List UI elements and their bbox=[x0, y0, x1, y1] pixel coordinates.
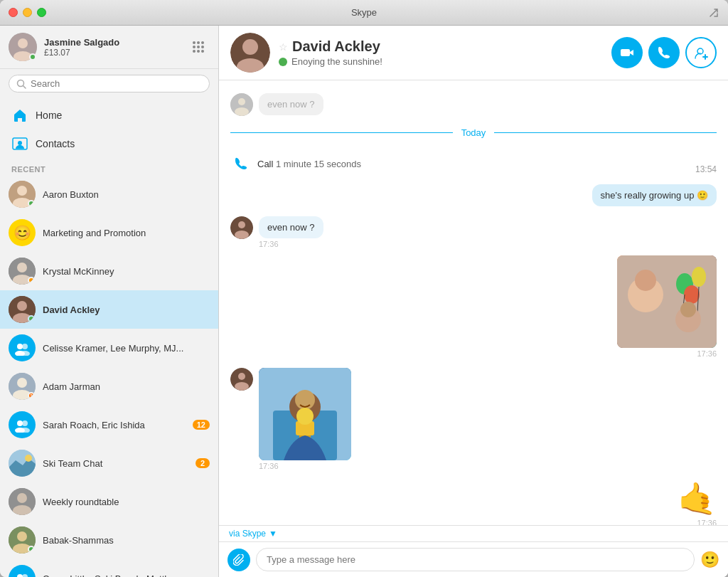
svg-point-65 bbox=[238, 373, 245, 380]
contact-item[interactable]: Babak-Shammas bbox=[0, 521, 218, 559]
message-time: 17:36 bbox=[678, 519, 717, 525]
contact-item[interactable]: Corey Little, Suki Beach, Matthew... bbox=[0, 559, 218, 577]
unread-badge: 12 bbox=[193, 420, 210, 430]
message-row: she's really growing up 🙂 bbox=[230, 184, 717, 206]
contact-avatar bbox=[9, 181, 36, 208]
svg-point-48 bbox=[238, 98, 245, 105]
voice-call-button[interactable] bbox=[648, 37, 680, 68]
recent-label: RECENT bbox=[0, 161, 218, 175]
svg-rect-43 bbox=[621, 49, 630, 56]
contact-item[interactable]: Ski Team Chat 2 bbox=[0, 444, 218, 482]
svg-point-63 bbox=[680, 302, 696, 317]
call-notification: Call 1 minute 15 seconds 13:54 bbox=[230, 153, 717, 174]
contact-avatar bbox=[9, 450, 36, 477]
messages-area[interactable]: even now ? Today Call 1 minute 15 second… bbox=[219, 80, 728, 525]
contact-item[interactable]: Celisse Kramer, Lee Murphy, MJ... bbox=[0, 329, 218, 367]
msg-avatar bbox=[230, 216, 253, 239]
contact-item[interactable]: 1 Adam Jarman bbox=[0, 367, 218, 406]
msg-content: she's really growing up 🙂 bbox=[592, 184, 717, 206]
star-icon[interactable]: ☆ bbox=[279, 41, 288, 53]
svg-point-57 bbox=[692, 267, 706, 287]
nav-items: Home Contacts bbox=[0, 98, 218, 161]
dropdown-arrow: ▼ bbox=[269, 529, 277, 539]
via-skype-label: via Skype ▼ bbox=[219, 526, 728, 539]
contact-name: Krystal McKinney bbox=[43, 266, 210, 277]
contact-avatar bbox=[9, 526, 36, 554]
emoji-button[interactable]: 🙂 bbox=[700, 551, 719, 569]
call-time: 13:54 bbox=[695, 164, 717, 174]
contact-item[interactable]: Weekly roundtable bbox=[0, 482, 218, 521]
contact-avatar bbox=[9, 411, 36, 438]
msg-avatar bbox=[230, 368, 253, 391]
minimize-button[interactable] bbox=[23, 8, 32, 17]
msg-content: even now ? bbox=[259, 93, 323, 115]
message-time: 17:36 bbox=[259, 240, 323, 248]
search-input-wrap[interactable] bbox=[9, 75, 210, 92]
message-bubble: she's really growing up 🙂 bbox=[592, 184, 717, 206]
user-info: Jasmine Salgado £13.07 bbox=[44, 37, 186, 58]
message-row: 17:36 bbox=[230, 368, 717, 470]
svg-point-66 bbox=[235, 382, 249, 391]
contact-avatar bbox=[9, 334, 36, 361]
msg-avatar bbox=[230, 93, 253, 116]
contact-item[interactable]: Aaron Buxton bbox=[0, 175, 218, 213]
day-label: Today bbox=[453, 127, 495, 138]
add-contact-button[interactable] bbox=[685, 37, 717, 68]
svg-line-4 bbox=[23, 85, 26, 88]
traffic-lights bbox=[9, 8, 46, 17]
message-input[interactable] bbox=[256, 548, 695, 571]
contact-name: Weekly roundtable bbox=[43, 497, 210, 507]
svg-point-11 bbox=[17, 263, 27, 272]
grid-icon[interactable] bbox=[193, 41, 204, 53]
online-status-dot bbox=[279, 58, 287, 66]
contact-name: Babak-Shammas bbox=[43, 535, 210, 546]
nav-home-label: Home bbox=[36, 110, 62, 121]
contact-name: Aaron Buxton bbox=[43, 189, 210, 200]
chat-header: ☆ David Ackley Enoying the sunshine! bbox=[219, 26, 728, 80]
svg-point-33 bbox=[17, 531, 27, 541]
contact-avatar: 😊 bbox=[9, 219, 36, 246]
attach-button[interactable] bbox=[228, 549, 250, 571]
close-button[interactable] bbox=[9, 8, 18, 17]
contact-list: Aaron Buxton 😊 Marketing and Promotion K… bbox=[0, 175, 218, 577]
svg-point-8 bbox=[17, 186, 27, 196]
contact-item[interactable]: Sarah Roach, Eric Ishida 12 bbox=[0, 406, 218, 444]
user-name: Jasmine Salgado bbox=[44, 37, 186, 48]
contact-avatar: 1 bbox=[9, 373, 36, 400]
svg-point-52 bbox=[235, 231, 249, 239]
message-row: 17:36 bbox=[230, 255, 717, 358]
message-row: even now ? bbox=[230, 93, 717, 116]
contact-item[interactable]: 😊 Marketing and Promotion bbox=[0, 213, 218, 252]
window-title: Skype bbox=[351, 7, 377, 18]
svg-point-16 bbox=[17, 344, 23, 349]
sidebar: Jasmine Salgado £13.07 bbox=[0, 26, 219, 577]
svg-point-55 bbox=[635, 270, 656, 291]
search-bar bbox=[0, 69, 218, 98]
contact-item-david[interactable]: David Ackley bbox=[0, 290, 218, 329]
message-time: 17:36 bbox=[617, 349, 717, 358]
contact-item[interactable]: Krystal McKinney bbox=[0, 252, 218, 290]
svg-point-36 bbox=[22, 574, 28, 577]
input-section: via Skype ▼ 🙂 bbox=[219, 525, 728, 577]
search-input[interactable] bbox=[31, 78, 202, 89]
chat-user-info: ☆ David Ackley Enoying the sunshine! bbox=[279, 38, 611, 67]
restore-button[interactable] bbox=[708, 7, 719, 18]
svg-point-17 bbox=[22, 344, 28, 349]
svg-point-73 bbox=[296, 408, 314, 425]
maximize-button[interactable] bbox=[37, 8, 46, 17]
video-call-button[interactable] bbox=[611, 37, 643, 68]
contact-avatar bbox=[9, 296, 36, 323]
nav-contacts[interactable]: Contacts bbox=[0, 129, 218, 158]
chat-status-row: Enoying the sunshine! bbox=[279, 56, 611, 67]
chat-area: ☆ David Ackley Enoying the sunshine! bbox=[219, 26, 728, 577]
message-time: 17:36 bbox=[259, 462, 351, 470]
svg-point-23 bbox=[17, 420, 23, 426]
user-avatar-container bbox=[9, 33, 37, 61]
svg-point-49 bbox=[235, 107, 249, 116]
contact-name: Marketing and Promotion bbox=[43, 228, 210, 238]
svg-point-51 bbox=[238, 221, 245, 228]
contact-name: Sarah Roach, Eric Ishida bbox=[43, 420, 186, 430]
svg-point-21 bbox=[17, 378, 27, 388]
nav-home[interactable]: Home bbox=[0, 101, 218, 129]
search-icon bbox=[16, 79, 26, 89]
